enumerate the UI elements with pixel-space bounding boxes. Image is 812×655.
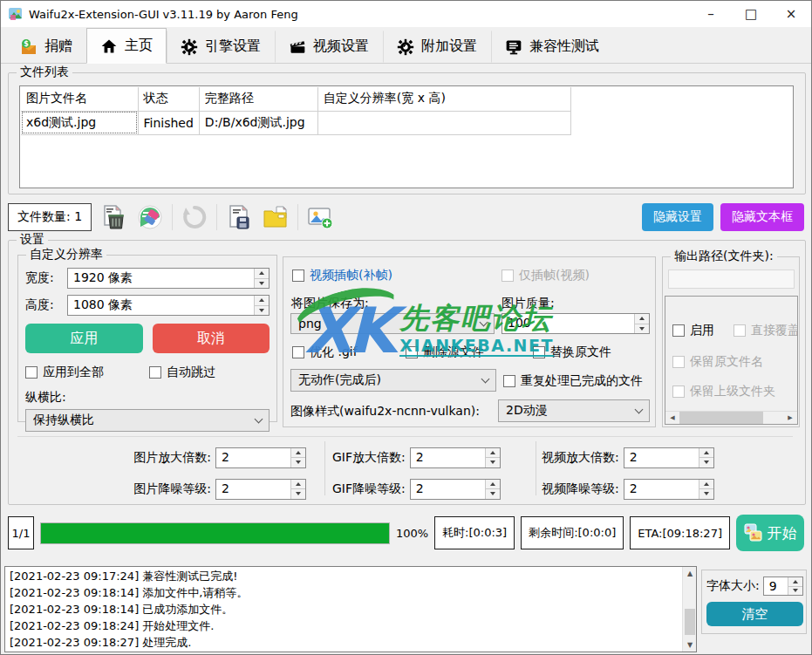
replace-original-checkbox[interactable]: 替换原文件 [533, 345, 611, 360]
scroll-up-icon[interactable]: ▲ [683, 567, 697, 580]
log-textbox[interactable]: [2021-02-23 09:17:24] 兼容性测试已完成! [2021-02… [4, 566, 697, 652]
custom-resolution-group: 自定义分辨率 宽度: 1920 像素 高度: 1080 像素 [17, 255, 277, 422]
auto-skip-checkbox[interactable]: 自动跳过 [149, 365, 215, 380]
image-format-select[interactable]: png [290, 313, 495, 334]
gif-denoise-field: GIF降噪等级: 2 [318, 477, 528, 501]
start-button[interactable]: 开始 [736, 515, 804, 551]
log-line: [2021-02-23 09:18:14] 已成功添加文件。 [10, 601, 692, 617]
file-list-area[interactable]: 图片文件名 状态 完整路径 自定义分辨率(宽 x 高) x6d测试.jpg Fi… [19, 85, 794, 188]
tab-donate[interactable]: $ 捐赠 [6, 31, 86, 63]
image-quality-spinner[interactable]: 100 [502, 313, 650, 334]
add-image-icon[interactable] [305, 202, 335, 232]
save-filelist-icon[interactable] [224, 202, 254, 232]
file-count-box: 文件数量: 1 [8, 203, 92, 231]
apply-button[interactable]: 应用 [25, 324, 143, 353]
table-row[interactable]: x6d测试.jpg Finished D:/B/x6d测试.jpg [21, 111, 570, 134]
remove-file-icon[interactable] [99, 202, 128, 232]
spin-buttons[interactable] [254, 296, 269, 315]
tab-compatibility-test[interactable]: 兼容性测试 [491, 31, 613, 63]
monitor-check-icon [505, 38, 522, 56]
settings-group: 设置 自定义分辨率 宽度: 1920 像素 高度: 1080 像素 [8, 240, 806, 505]
post-action-select[interactable]: 无动作(完成后) [290, 369, 496, 392]
image-denoise-spinner[interactable]: 2 [215, 479, 306, 500]
output-enable-checkbox[interactable]: 启用 [672, 323, 714, 338]
video-interpolation-checkbox[interactable]: 视频插帧(补帧) [292, 268, 392, 283]
spin-buttons[interactable] [634, 314, 649, 333]
direct-overwrite-checkbox[interactable]: 直接覆盖 [734, 323, 798, 338]
file-table: 图片文件名 状态 完整路径 自定义分辨率(宽 x 高) x6d测试.jpg Fi… [21, 87, 571, 135]
clear-list-eraser-icon[interactable] [135, 202, 165, 232]
keep-filename-checkbox[interactable]: 保留原文件名 [672, 354, 763, 370]
cell-filename[interactable]: x6d测试.jpg [21, 111, 138, 134]
chevron-down-icon [481, 374, 490, 383]
cell-status[interactable]: Finished [138, 111, 199, 134]
gif-denoise-spinner[interactable]: 2 [410, 479, 501, 500]
reprocess-finished-checkbox[interactable]: 重复处理已完成的文件 [503, 373, 643, 389]
clear-log-button[interactable]: 清空 [706, 602, 803, 626]
cell-custom-res[interactable] [317, 111, 570, 134]
hide-textbox-button[interactable]: 隐藏文本框 [720, 203, 804, 231]
scroll-right-icon[interactable]: ▶ [783, 412, 797, 424]
close-button[interactable]: × [771, 1, 811, 27]
gear-icon [397, 38, 414, 56]
image-scale-spinner[interactable]: 2 [215, 447, 306, 468]
scrollbar-thumb[interactable] [685, 609, 695, 635]
keep-parent-folder-checkbox[interactable]: 保留上级文件夹 [672, 384, 775, 399]
height-spinner[interactable]: 1080 像素 [67, 295, 270, 316]
minimize-button[interactable]: – [691, 1, 731, 27]
column-header-status[interactable]: 状态 [138, 87, 199, 111]
scrollbar-thumb[interactable] [679, 412, 763, 424]
toolbar-separator [172, 204, 173, 230]
chevron-down-icon [480, 317, 488, 326]
open-folder-icon[interactable] [261, 202, 290, 232]
delete-source-checkbox[interactable]: 删除源文件 [406, 345, 484, 360]
spin-buttons[interactable] [699, 480, 713, 499]
elapsed-time-box: 耗时:[0:0:3] [434, 516, 515, 549]
optimize-gif-checkbox[interactable]: 优化 .gif [292, 345, 358, 360]
spin-buttons[interactable] [699, 448, 713, 467]
refresh-icon[interactable] [180, 202, 209, 232]
video-denoise-spinner[interactable]: 2 [624, 479, 714, 500]
tab-label: 附加设置 [421, 38, 477, 56]
width-spinner[interactable]: 1920 像素 [67, 268, 270, 289]
spin-buttons[interactable] [290, 480, 305, 499]
tab-bar: $ 捐赠 主页 引擎设置 视频设置 附加设置 [1, 27, 811, 64]
scroll-down-icon[interactable]: ▼ [683, 638, 697, 652]
gif-scale-spinner[interactable]: 2 [410, 447, 501, 468]
output-path-input[interactable] [668, 270, 795, 289]
tab-extra-settings[interactable]: 附加设置 [383, 31, 491, 63]
progress-bar [40, 522, 390, 544]
apply-to-all-checkbox[interactable]: 应用到全部 [25, 365, 104, 380]
processing-options-panel: 视频插帧(补帧) 仅插帧(视频) 将图片保存为: 图片质量: png 100 优… [283, 256, 656, 427]
column-header-custom-res[interactable]: 自定义分辨率(宽 x 高) [317, 87, 570, 111]
image-style-select[interactable]: 2D动漫 [498, 399, 650, 422]
progress-row: 1/1 100% 耗时:[0:0:3] 剩余时间:[0:0:0] ETA:[09… [8, 511, 804, 555]
aspect-ratio-select[interactable]: 保持纵横比 [25, 409, 270, 432]
interpolation-only-checkbox[interactable]: 仅插帧(视频) [502, 268, 590, 283]
column-header-fullpath[interactable]: 完整路径 [199, 87, 317, 111]
video-scale-spinner[interactable]: 2 [624, 447, 714, 468]
font-size-spinner[interactable]: 9 [763, 577, 803, 596]
clapperboard-icon [289, 38, 306, 56]
tab-video-settings[interactable]: 视频设置 [275, 31, 383, 63]
column-header-filename[interactable]: 图片文件名 [21, 87, 138, 111]
height-label: 高度: [25, 297, 67, 313]
spin-buttons[interactable] [290, 448, 305, 467]
tab-home[interactable]: 主页 [86, 28, 167, 64]
maximize-button[interactable]: □ [731, 1, 771, 27]
spin-buttons[interactable] [254, 269, 269, 288]
vertical-scrollbar[interactable]: ▲ ▼ [682, 567, 696, 652]
save-image-as-label: 将图片保存为: [291, 296, 369, 311]
width-label: 宽度: [25, 270, 67, 286]
spin-buttons[interactable] [485, 480, 500, 499]
cancel-button[interactable]: 取消 [153, 324, 270, 353]
toolbar-separator [297, 204, 298, 230]
cell-fullpath[interactable]: D:/B/x6d测试.jpg [199, 111, 317, 134]
tab-engine-settings[interactable]: 引擎设置 [167, 31, 275, 63]
hide-settings-button[interactable]: 隐藏设置 [642, 203, 713, 231]
scroll-left-icon[interactable]: ◀ [665, 412, 679, 424]
horizontal-scrollbar[interactable]: ◀ ▶ [665, 411, 797, 424]
spin-buttons[interactable] [788, 577, 802, 595]
toolbar-separator [216, 204, 217, 230]
spin-buttons[interactable] [485, 448, 500, 467]
